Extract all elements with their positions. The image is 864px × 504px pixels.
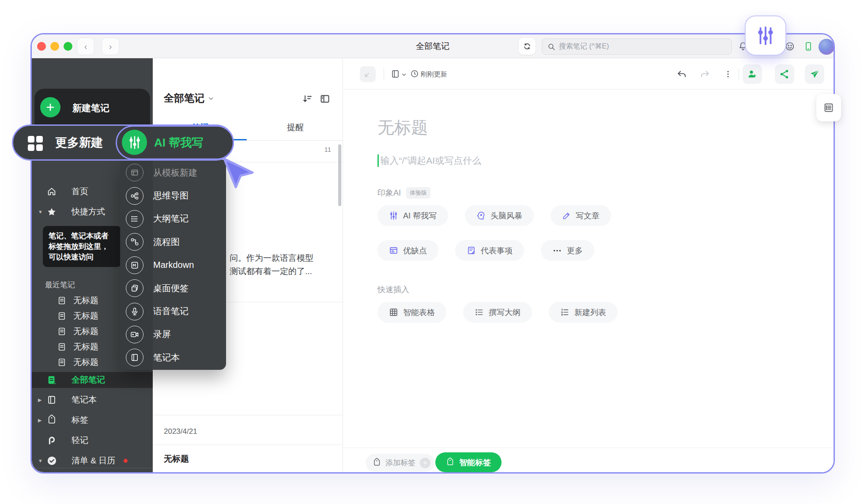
chevron-right-icon[interactable]: ▶ — [38, 397, 42, 403]
sidebar-label-shortcuts: 快捷方式 — [72, 206, 105, 218]
search-input[interactable]: 搜索笔记 (^⌘E) — [542, 38, 732, 55]
tab-reminders[interactable]: 提醒 — [248, 115, 343, 140]
menu-item-mindmap[interactable]: 思维导图 — [120, 184, 226, 207]
sidebar-item-notebooks[interactable]: ▶ 笔记本 — [32, 392, 153, 408]
list-scrollbar[interactable] — [338, 144, 341, 206]
menu-item-screen-record[interactable]: 录屏 — [120, 323, 226, 346]
ellipsis-icon — [552, 246, 562, 256]
note-snippet[interactable]: 问。作为一款语言模型 测试都有着一定的了... — [230, 252, 313, 278]
ai-section-label: 印象AI — [377, 188, 401, 198]
microphone-icon — [126, 303, 143, 320]
chevron-right-icon[interactable]: ▶ — [38, 417, 42, 423]
recent-notes-heading: 最近笔记 — [45, 280, 75, 290]
sync-icon — [523, 42, 532, 51]
smart-tag-button[interactable]: 智能标签 — [435, 452, 502, 472]
placeholder-text: 输入“/”调起AI或写点什么 — [381, 154, 482, 167]
note-snippet-line1: 问。作为一款语言模型 — [230, 252, 313, 265]
expand-note-icon[interactable] — [360, 66, 376, 82]
menu-item-notebook[interactable]: 笔记本 — [120, 346, 226, 369]
more-ai-label: 更多 — [567, 245, 583, 256]
toolbar-separator — [384, 68, 384, 80]
note-list-item-title[interactable]: 无标题 — [164, 453, 189, 465]
more-new-label: 更多新建 — [55, 135, 103, 150]
help-smiley-icon[interactable] — [785, 41, 795, 51]
sort-icon[interactable] — [302, 94, 313, 104]
sidebar-label-home: 首页 — [72, 186, 88, 197]
new-list-label: 新建列表 — [574, 307, 606, 318]
sidebar-item-all-notes[interactable]: 全部笔记 — [32, 372, 153, 388]
outline-panel-tab[interactable] — [816, 94, 841, 121]
notification-dot — [124, 459, 128, 463]
write-outline-button[interactable]: 撰写大纲 — [463, 302, 532, 323]
user-avatar[interactable] — [819, 39, 834, 55]
sidebar-label-light-note: 轻记 — [72, 435, 88, 446]
todo-items-button[interactable]: 代表事项 — [455, 240, 524, 261]
new-from-template-menu: 从模板新建 思维导图 大纲笔记 流程图 Markdown 桌面便签 语音笔记 — [120, 160, 226, 370]
ai-beta-badge: 体验版 — [406, 187, 430, 199]
menu-item-markdown[interactable]: Markdown — [120, 254, 226, 277]
ai-write-menu-item[interactable]: AI 帮我写 — [116, 125, 234, 160]
write-outline-label: 撰写大纲 — [489, 307, 521, 318]
sidebar-item-light-note[interactable]: 轻记 — [32, 433, 153, 448]
recent-note-label: 无标题 — [73, 341, 98, 353]
grid-icon — [28, 136, 43, 151]
note-title[interactable]: 无标题 — [377, 117, 428, 139]
note-info-icon[interactable] — [391, 69, 400, 79]
menu-item-from-template[interactable]: 从模板新建 — [120, 161, 226, 184]
add-tag-button[interactable]: 添加标签 + — [366, 454, 435, 472]
menu-item-outline-note[interactable]: 大纲笔记 — [120, 207, 226, 230]
invite-collaborator-button[interactable] — [743, 64, 762, 84]
notebook-icon — [47, 395, 57, 405]
chevron-down-icon[interactable]: ▼ — [38, 209, 43, 214]
new-note-button[interactable]: 新建笔记 — [72, 102, 109, 114]
more-options-kebab-icon[interactable] — [724, 69, 732, 79]
star-icon — [47, 207, 57, 217]
last-updated-label: 刚刚更新 — [421, 70, 447, 79]
view-layout-icon[interactable] — [320, 94, 330, 104]
write-article-label: 写文章 — [576, 211, 600, 221]
all-notes-icon — [47, 375, 57, 385]
note-icon — [57, 327, 66, 336]
directory-list-icon — [823, 102, 834, 113]
sidebar-label-notebooks: 笔记本 — [72, 394, 97, 406]
new-list-button[interactable]: 新建列表 — [549, 302, 618, 323]
notes-count: 11 — [324, 146, 331, 153]
share-button[interactable] — [775, 64, 794, 84]
brainstorm-button[interactable]: 头脑风暴 — [465, 205, 534, 226]
undo-icon[interactable] — [677, 69, 687, 79]
home-icon — [47, 187, 57, 196]
date-group-header: 2023/4/21 — [164, 427, 197, 436]
ai-write-button[interactable]: AI 帮我写 — [377, 205, 448, 226]
menu-item-desktop-sticky[interactable]: 桌面便签 — [120, 277, 226, 300]
sidebar-item-checklist-calendar[interactable]: ▼ 清单 & 日历 — [32, 453, 153, 469]
note-body-placeholder[interactable]: 输入“/”调起AI或写点什么 — [377, 154, 481, 167]
tagbar-divider — [343, 448, 834, 448]
redo-icon[interactable] — [700, 69, 710, 79]
shortcuts-tooltip: 笔记、笔记本或者标签拖放到这里，可以快速访问 — [43, 226, 121, 267]
ai-buttons-row-1: AI 帮我写 头脑风暴 写文章 — [377, 205, 611, 226]
new-note-plus-icon[interactable] — [40, 97, 60, 117]
chevron-down-icon[interactable] — [401, 72, 407, 77]
menu-item-flowchart[interactable]: 流程图 — [120, 230, 226, 253]
sidebar-label-tags: 标签 — [72, 414, 88, 426]
search-icon — [547, 43, 555, 51]
mobile-phone-icon[interactable] — [804, 41, 813, 51]
floating-ai-assistant-button[interactable] — [745, 15, 786, 56]
brainstorm-label: 头脑风暴 — [490, 211, 522, 221]
pros-cons-button[interactable]: 优缺点 — [377, 240, 438, 261]
smart-tag-label: 智能标签 — [459, 457, 491, 468]
chevron-down-icon[interactable]: ▼ — [38, 458, 43, 463]
mindmap-icon — [126, 187, 143, 205]
write-article-button[interactable]: 写文章 — [551, 205, 611, 226]
smart-table-button[interactable]: 智能表格 — [377, 302, 446, 323]
tag-icon — [47, 415, 57, 425]
sync-button[interactable] — [519, 38, 536, 55]
more-ai-button[interactable]: 更多 — [541, 240, 594, 261]
menu-item-voice-note[interactable]: 语音笔记 — [120, 300, 226, 323]
recent-note-label: 无标题 — [73, 326, 98, 337]
list-header[interactable]: 全部笔记 — [164, 91, 214, 105]
notebook-icon — [126, 349, 143, 366]
send-button[interactable] — [805, 64, 824, 84]
sidebar-item-tags[interactable]: ▶ 标签 — [32, 412, 153, 428]
ai-section-header: 印象AI 体验版 — [377, 187, 430, 199]
